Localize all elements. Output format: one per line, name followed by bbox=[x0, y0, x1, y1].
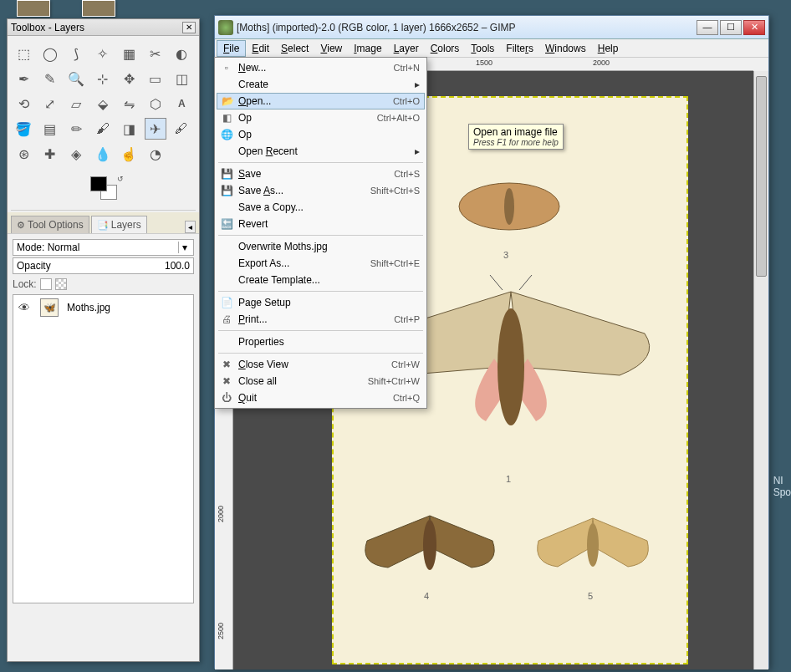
scale-tool[interactable]: ⤢ bbox=[39, 93, 61, 115]
blur-tool[interactable]: 💧 bbox=[92, 143, 114, 165]
menuitem-create-template-[interactable]: Create Template... bbox=[217, 272, 425, 288]
menuitem-page-setup[interactable]: 📄Page Setup bbox=[217, 294, 425, 311]
menu-layer[interactable]: Layer bbox=[388, 41, 425, 56]
menuitem-open-[interactable]: 📂Open...Ctrl+O bbox=[217, 93, 425, 109]
heal-tool[interactable]: ✚ bbox=[39, 143, 61, 165]
foreground-select-tool[interactable]: ◐ bbox=[171, 43, 192, 64]
menu-windows[interactable]: Windows bbox=[539, 41, 592, 56]
menuitem-open-recent[interactable]: Open Recent▸ bbox=[217, 143, 425, 160]
menu-colors[interactable]: Colors bbox=[425, 41, 466, 56]
clone-tool[interactable]: ⊛ bbox=[13, 143, 34, 165]
crop-tool[interactable]: ◫ bbox=[171, 68, 192, 89]
menu-item-icon: 📂 bbox=[221, 95, 234, 107]
lock-pixels-toggle[interactable] bbox=[40, 278, 52, 290]
menu-edit[interactable]: Edit bbox=[246, 41, 275, 56]
close-icon[interactable]: ✕ bbox=[182, 22, 196, 33]
menu-tools[interactable]: Tools bbox=[465, 41, 500, 56]
dodge-burn-tool[interactable]: ◔ bbox=[145, 143, 166, 165]
layer-item[interactable]: 👁 🦋 Moths.jpg bbox=[13, 295, 193, 320]
paintbrush-tool[interactable]: 🖌 bbox=[92, 118, 114, 140]
visibility-toggle-icon[interactable]: 👁 bbox=[17, 301, 32, 314]
menu-item-label: New... bbox=[238, 62, 394, 74]
tab-menu-icon[interactable]: ◂ bbox=[185, 221, 196, 233]
maximize-button[interactable]: ☐ bbox=[720, 20, 742, 35]
menu-item-label: Save a Copy... bbox=[238, 201, 420, 213]
text-tool[interactable]: A bbox=[171, 93, 192, 115]
blend-mode-select[interactable]: Mode: Normal ▾ bbox=[13, 239, 194, 256]
titlebar[interactable]: [Moths] (imported)-2.0 (RGB color, 1 lay… bbox=[215, 16, 768, 39]
bucket-tool[interactable]: 🪣 bbox=[13, 118, 34, 140]
close-button[interactable]: ✕ bbox=[743, 20, 765, 35]
menu-item-icon: 💾 bbox=[220, 185, 233, 196]
perspective-tool[interactable]: ⬙ bbox=[92, 93, 114, 115]
tooltip-text: Open an image file bbox=[473, 126, 559, 138]
menuitem-open-as-layers-[interactable]: ◧OpCtrl+Alt+O bbox=[217, 109, 425, 126]
menu-filters[interactable]: Filters bbox=[500, 41, 539, 56]
pencil-tool[interactable]: ✏ bbox=[65, 118, 87, 140]
menu-item-label: Overwrite Moths.jpg bbox=[238, 241, 420, 252]
menuitem-save-as-[interactable]: 💾Save As...Shift+Ctrl+S bbox=[217, 182, 425, 199]
color-select-tool[interactable]: ▦ bbox=[118, 43, 140, 64]
tab-layers[interactable]: 📑 Layers bbox=[91, 216, 147, 233]
chevron-down-icon[interactable]: ▾ bbox=[178, 242, 190, 253]
blend-tool[interactable]: ▤ bbox=[39, 118, 61, 140]
lasso-tool[interactable]: ⟆ bbox=[65, 43, 87, 64]
wand-tool[interactable]: ✧ bbox=[92, 43, 114, 64]
move-tool[interactable]: ✥ bbox=[118, 68, 140, 89]
menu-item-label: Create Template... bbox=[238, 274, 420, 286]
align-tool[interactable]: ▭ bbox=[145, 68, 166, 89]
menuitem-close-all[interactable]: ✖Close allShift+Ctrl+W bbox=[217, 373, 425, 389]
ellipse-select-tool[interactable]: ◯ bbox=[39, 43, 61, 64]
swap-colors-icon[interactable]: ↺ bbox=[117, 175, 124, 183]
color-swatches[interactable]: ↺ bbox=[8, 171, 199, 208]
taskbar-thumb[interactable] bbox=[17, 0, 50, 17]
flip-tool[interactable]: ⇋ bbox=[118, 93, 140, 115]
color-picker-tool[interactable]: ✎ bbox=[39, 68, 61, 89]
measure-tool[interactable]: ⊹ bbox=[92, 68, 114, 89]
menuitem-quit[interactable]: ⏻QuitCtrl+Q bbox=[217, 389, 425, 406]
panel-tabs: ⚙ Tool Options 📑 Layers ◂ bbox=[8, 212, 199, 234]
zoom-tool[interactable]: 🔍 bbox=[65, 68, 87, 89]
shear-tool[interactable]: ▱ bbox=[65, 93, 87, 115]
lock-alpha-toggle[interactable] bbox=[55, 278, 67, 290]
ink-tool[interactable]: 🖋 bbox=[171, 118, 192, 140]
scrollbar-thumb[interactable] bbox=[756, 76, 767, 277]
menuitem-properties[interactable]: Properties bbox=[217, 333, 425, 350]
vertical-scrollbar[interactable] bbox=[753, 71, 768, 669]
menuitem-save[interactable]: 💾SaveCtrl+S bbox=[217, 165, 425, 182]
menu-item-shortcut: Shift+Ctrl+E bbox=[370, 258, 420, 268]
toolbox-titlebar[interactable]: Toolbox - Layers ✕ bbox=[8, 19, 199, 36]
layer-thumbnail: 🦋 bbox=[40, 298, 59, 317]
menu-help[interactable]: Help bbox=[592, 41, 625, 56]
perspective-clone-tool[interactable]: ◈ bbox=[65, 143, 87, 165]
menu-item-label: Close View bbox=[238, 359, 391, 370]
menuitem-export-as-[interactable]: Export As...Shift+Ctrl+E bbox=[217, 255, 425, 272]
menu-item-shortcut: Ctrl+W bbox=[391, 359, 420, 369]
menuitem-open-location-[interactable]: 🌐Op bbox=[217, 126, 425, 143]
rotate-tool[interactable]: ⟲ bbox=[13, 93, 34, 115]
menuitem-revert[interactable]: 🔙Revert bbox=[217, 216, 425, 232]
smudge-tool[interactable]: ☝ bbox=[118, 143, 140, 165]
menuitem-print-[interactable]: 🖨Print...Ctrl+P bbox=[217, 311, 425, 328]
eraser-tool[interactable]: ◨ bbox=[118, 118, 140, 140]
menuitem-save-a-copy-[interactable]: Save a Copy... bbox=[217, 199, 425, 216]
menu-item-icon: ✖ bbox=[220, 375, 233, 387]
minimize-button[interactable]: — bbox=[697, 20, 718, 35]
menuitem-create[interactable]: Create▸ bbox=[217, 76, 425, 93]
opacity-slider[interactable]: Opacity 100.0 bbox=[13, 257, 194, 274]
menu-file[interactable]: File bbox=[217, 40, 246, 57]
menu-view[interactable]: View bbox=[314, 41, 348, 56]
menuitem-overwrite-moths-jpg[interactable]: Overwrite Moths.jpg bbox=[217, 238, 425, 255]
taskbar-thumb[interactable] bbox=[82, 0, 115, 17]
tab-tool-options[interactable]: ⚙ Tool Options bbox=[11, 216, 89, 233]
cage-tool[interactable]: ⬡ bbox=[145, 93, 166, 115]
submenu-arrow-icon: ▸ bbox=[415, 79, 420, 90]
menuitem-new-[interactable]: ▫New...Ctrl+N bbox=[217, 59, 425, 76]
airbrush-tool[interactable]: ✈ bbox=[145, 118, 166, 140]
menu-image[interactable]: Image bbox=[348, 41, 387, 56]
menu-select[interactable]: Select bbox=[275, 41, 314, 56]
rect-select-tool[interactable]: ⬚ bbox=[13, 43, 34, 64]
paths-tool[interactable]: ✒ bbox=[13, 68, 34, 89]
menuitem-close-view[interactable]: ✖Close ViewCtrl+W bbox=[217, 356, 425, 373]
scissors-tool[interactable]: ✂ bbox=[145, 43, 166, 64]
